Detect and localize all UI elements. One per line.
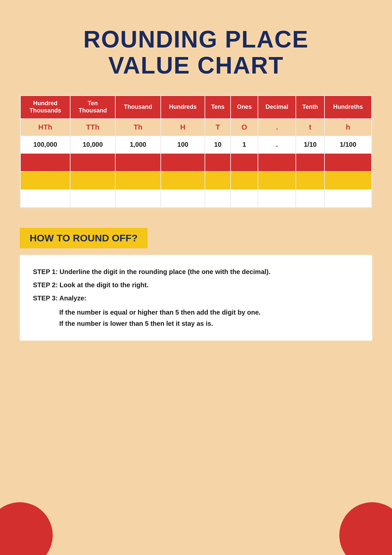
abbrev-th: Th <box>115 119 160 136</box>
empty-red-2 <box>70 153 115 171</box>
step-1-text: STEP 1: Underline the digit in the round… <box>33 266 359 277</box>
step-2-text: STEP 2: Look at the digit to the right. <box>33 280 359 290</box>
header-hundreths: Hundreths <box>324 96 372 119</box>
empty-white-1 <box>20 190 70 208</box>
empty-white-3 <box>115 190 160 208</box>
corner-decoration-right <box>339 502 392 555</box>
empty-yellow-6 <box>231 171 258 190</box>
empty-yellow-9 <box>324 171 372 190</box>
abbrev-t-tenth: t <box>296 119 324 136</box>
abbrev-h-hundreths: h <box>324 119 372 136</box>
header-ones: Ones <box>231 96 258 119</box>
empty-yellow-2 <box>70 171 115 190</box>
empty-white-9 <box>324 190 372 208</box>
round-off-title: HOW TO ROUND OFF? <box>30 232 138 243</box>
abbrev-h: H <box>161 119 205 136</box>
empty-white-6 <box>231 190 258 208</box>
abbrev-decimal: . <box>258 119 296 136</box>
empty-white-2 <box>70 190 115 208</box>
value-10: 10 <box>205 136 231 153</box>
value-100000: 100,000 <box>20 136 70 153</box>
header-decimal: Decimal <box>258 96 296 119</box>
empty-white-5 <box>205 190 231 208</box>
page-wrapper: ROUNDING PLACE VALUE CHART HundredThousa… <box>0 0 392 555</box>
values-row: 100,000 10,000 1,000 100 10 1 . 1/10 1/1… <box>20 136 372 153</box>
round-off-title-box: HOW TO ROUND OFF? <box>20 228 148 248</box>
empty-red-8 <box>296 153 324 171</box>
value-1-100: 1/100 <box>324 136 372 153</box>
analyze-detail-2: If the number is lower than 5 then let i… <box>59 318 359 329</box>
header-thousand: Thousand <box>115 96 160 119</box>
empty-red-9 <box>324 153 372 171</box>
abbreviation-row: HTh TTh Th H T O . t h <box>20 119 372 136</box>
step-3-text: STEP 3: Analyze: <box>33 293 359 303</box>
empty-white-8 <box>296 190 324 208</box>
value-100: 100 <box>161 136 205 153</box>
header-ten-thousand: TenThousand <box>70 96 115 119</box>
table-section: HundredThousands TenThousand Thousand Hu… <box>20 95 372 208</box>
empty-yellow-8 <box>296 171 324 190</box>
header-tenth: Tenth <box>296 96 324 119</box>
empty-row-red <box>20 153 372 171</box>
analyze-details: If the number is equal or higher than 5 … <box>33 307 359 329</box>
header-hundreds: Hundreds <box>161 96 205 119</box>
empty-row-yellow <box>20 171 372 190</box>
empty-red-4 <box>161 153 205 171</box>
empty-yellow-5 <box>205 171 231 190</box>
header-hundred-thousands: HundredThousands <box>20 96 70 119</box>
empty-red-5 <box>205 153 231 171</box>
empty-yellow-1 <box>20 171 70 190</box>
title-line2: VALUE CHART <box>108 52 284 78</box>
value-1-10: 1/10 <box>296 136 324 153</box>
empty-red-3 <box>115 153 160 171</box>
value-1: 1 <box>231 136 258 153</box>
abbrev-tth: TTh <box>70 119 115 136</box>
main-title: ROUNDING PLACE VALUE CHART <box>20 26 372 78</box>
header-tens: Tens <box>205 96 231 119</box>
empty-white-4 <box>161 190 205 208</box>
value-dot: . <box>258 136 296 153</box>
empty-red-7 <box>258 153 296 171</box>
header-row: HundredThousands TenThousand Thousand Hu… <box>20 96 372 119</box>
empty-white-7 <box>258 190 296 208</box>
abbrev-hth: HTh <box>20 119 70 136</box>
value-1000: 1,000 <box>115 136 160 153</box>
abbrev-o: O <box>231 119 258 136</box>
empty-red-1 <box>20 153 70 171</box>
title-line1: ROUNDING PLACE <box>83 26 309 52</box>
value-10000: 10,000 <box>70 136 115 153</box>
empty-row-white <box>20 190 372 208</box>
abbrev-t: T <box>205 119 231 136</box>
corner-decoration-left <box>0 502 53 555</box>
round-off-content: STEP 1: Underline the digit in the round… <box>20 255 372 341</box>
empty-yellow-4 <box>161 171 205 190</box>
empty-yellow-7 <box>258 171 296 190</box>
analyze-detail-1: If the number is equal or higher than 5 … <box>59 307 359 318</box>
title-section: ROUNDING PLACE VALUE CHART <box>20 20 372 78</box>
empty-yellow-3 <box>115 171 160 190</box>
empty-red-6 <box>231 153 258 171</box>
place-value-table: HundredThousands TenThousand Thousand Hu… <box>20 95 372 208</box>
round-off-section: HOW TO ROUND OFF? STEP 1: Underline the … <box>20 228 372 341</box>
